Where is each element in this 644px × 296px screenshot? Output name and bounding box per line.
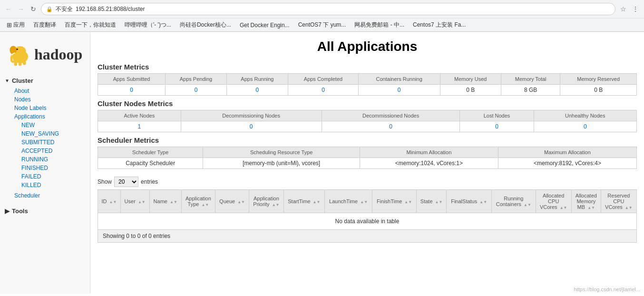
allocated-cpu-sort-icon[interactable]: ▲▼ (560, 206, 567, 210)
security-icon: 🔒 (46, 6, 53, 12)
app-col-user: User ▲▼ (120, 190, 149, 213)
app-col-running-containers: RunningContainers ▲▼ (491, 190, 536, 213)
sidebar-link-killed[interactable]: KILLED (17, 181, 90, 189)
cluster-metrics-val-5: 0 B (440, 85, 501, 96)
menu-button[interactable]: ⋮ (631, 4, 640, 14)
no-data-message: No data available in table (98, 213, 637, 230)
entries-select[interactable]: 10 20 50 100 (114, 177, 138, 187)
running-containers-sort-icon[interactable]: ▲▼ (524, 203, 531, 207)
bookmark-centos-yum[interactable]: CentOS7 下 yum... (295, 20, 349, 30)
address-bar[interactable]: 🔒 不安全 192.168.85.21:8088/cluster (41, 3, 615, 15)
scheduler-header-1: Scheduling Resource Type (203, 147, 360, 158)
cluster-metrics-table: Apps Submitted Apps Pending Apps Running… (98, 73, 637, 96)
cluster-arrow-icon: ▼ (5, 78, 10, 83)
cluster-nodes-val-3: 0 (460, 121, 534, 132)
finalstatus-sort-icon[interactable]: ▲▼ (479, 200, 487, 204)
launchtime-sort-icon[interactable]: ▲▼ (360, 200, 368, 204)
id-sort-icon[interactable]: ▲▼ (109, 200, 117, 204)
app-col-state: State ▲▼ (416, 190, 446, 213)
scheduler-val-0: Capacity Scheduler (98, 158, 203, 169)
cluster-metrics-val-1: 0 (166, 85, 226, 96)
app-col-allocated-cpu: AllocatedCPUVCores ▲▼ (536, 190, 571, 213)
cluster-metrics-header-4: Containers Running (358, 74, 440, 85)
sidebar-link-about[interactable]: About (10, 87, 90, 95)
cluster-metrics-header-7: Memory Reserved (560, 74, 637, 85)
app-col-id: ID ▲▼ (98, 190, 121, 213)
bookmark-baidu-translate[interactable]: 百度翻译 (30, 20, 59, 30)
back-button[interactable]: ← (4, 4, 13, 14)
cluster-nodes-header-3: Lost Nodes (460, 110, 534, 121)
bookmark-baidu-search[interactable]: 百度一下，你就知道 (62, 20, 119, 30)
user-sort-icon[interactable]: ▲▼ (138, 200, 146, 204)
cluster-metrics-val-6: 8 GB (501, 85, 560, 96)
app-col-finalstatus: FinalStatus ▲▼ (447, 190, 492, 213)
sidebar-link-running[interactable]: RUNNING (17, 155, 90, 164)
cluster-links: About Nodes Node Labels Applications NEW… (0, 87, 90, 200)
app-col-launchtime: LaunchTime ▲▼ (325, 190, 372, 213)
state-sort-icon[interactable]: ▲▼ (435, 200, 443, 204)
app-col-queue: Queue ▲▼ (215, 190, 249, 213)
sidebar-link-submitted[interactable]: SUBMITTED (17, 138, 90, 147)
hadoop-elephant-icon (7, 41, 33, 68)
show-label: Show (98, 178, 112, 185)
sidebar-link-accepted[interactable]: ACCEPTED (17, 147, 90, 155)
cluster-nodes-val-4: 0 (534, 121, 636, 132)
scheduler-header-2: Minimum Allocation (360, 147, 498, 158)
cluster-metrics-val-4: 0 (358, 85, 440, 96)
sidebar-link-failed[interactable]: FAILED (17, 172, 90, 181)
star-button[interactable]: ☆ (618, 4, 628, 14)
svg-rect-6 (23, 60, 26, 65)
cluster-nodes-header-2: Decommissioned Nodes (322, 110, 460, 121)
priority-sort-icon[interactable]: ▲▼ (272, 203, 280, 207)
main-content: All Applications Cluster Metrics Apps Su… (90, 32, 644, 294)
cluster-nodes-val-2: 0 (322, 121, 460, 132)
showing-entries: Showing 0 to 0 of 0 entries (98, 229, 637, 243)
bookmark-docker[interactable]: 尚硅谷Docker核心... (177, 20, 234, 30)
refresh-button[interactable]: ↻ (29, 4, 38, 14)
queue-sort-icon[interactable]: ▲▼ (237, 200, 245, 204)
bookmark-get-docker[interactable]: Get Docker Engin... (237, 21, 293, 30)
security-label: 不安全 (56, 5, 73, 13)
logo-text: hadoop (34, 46, 82, 63)
url-text: 192.168.85.21:8088/cluster (76, 6, 145, 12)
browser-chrome: ← → ↻ 🔒 不安全 192.168.85.21:8088/cluster ☆… (0, 0, 644, 32)
cluster-metrics-val-7: 0 B (560, 85, 637, 96)
name-sort-icon[interactable]: ▲▼ (170, 200, 177, 204)
tools-section-header[interactable]: ▶ Tools (0, 204, 90, 218)
cluster-section-header[interactable]: ▼ Cluster (0, 75, 90, 87)
cluster-nodes-header-1: Decommissioning Nodes (181, 110, 322, 121)
sidebar-link-finished[interactable]: FINISHED (17, 164, 90, 172)
bookmark-bilibili[interactable]: 哔哩哔哩（'- ')つ... (122, 20, 174, 30)
forward-button[interactable]: → (16, 4, 26, 14)
cluster-nodes-header-4: Unhealthy Nodes (534, 110, 636, 121)
cluster-metrics-header-5: Memory Used (440, 74, 501, 85)
sidebar-link-node-labels[interactable]: Node Labels (10, 104, 90, 112)
cluster-metrics-header-0: Apps Submitted (98, 74, 166, 85)
sidebar-link-applications[interactable]: Applications (10, 112, 90, 121)
finishtime-sort-icon[interactable]: ▲▼ (404, 200, 412, 204)
bookmark-apps[interactable]: ⊞ 应用 (4, 20, 28, 30)
sidebar-link-nodes[interactable]: Nodes (10, 95, 90, 104)
content-body: Cluster Metrics Apps Submitted Apps Pend… (90, 63, 644, 252)
scheduler-header-0: Scheduler Type (98, 147, 203, 158)
app-col-starttime: StartTime ▲▼ (283, 190, 324, 213)
applications-table: ID ▲▼ User ▲▼ Name ▲▼ ApplicationType ▲▼ (98, 189, 637, 230)
sidebar-link-new[interactable]: NEW (17, 121, 90, 129)
cluster-metrics-header-3: Apps Completed (288, 74, 359, 85)
allocated-memory-sort-icon[interactable]: ▲▼ (587, 206, 595, 210)
type-sort-icon[interactable]: ▲▼ (201, 203, 209, 207)
tools-label: Tools (12, 207, 28, 215)
app-col-finishtime: FinishTime ▲▼ (372, 190, 417, 213)
cluster-metrics-val-2: 0 (226, 85, 288, 96)
cluster-metrics-header-2: Apps Running (226, 74, 288, 85)
sidebar-link-scheduler[interactable]: Scheduler (10, 191, 90, 200)
starttime-sort-icon[interactable]: ▲▼ (313, 200, 321, 204)
reserved-cpu-sort-icon[interactable]: ▲▼ (625, 206, 633, 210)
app-col-allocated-memory: AllocatedMemoryMB ▲▼ (571, 190, 601, 213)
bookmark-centos-fa[interactable]: Centos7 上安装 Fa... (410, 20, 468, 30)
bookmark-163mail[interactable]: 网易免费邮箱 - 中... (351, 20, 407, 30)
logo-area: hadoop (0, 37, 90, 75)
browser-toolbar: ← → ↻ 🔒 不安全 192.168.85.21:8088/cluster ☆… (0, 0, 644, 18)
cluster-nodes-title: Cluster Nodes Metrics (98, 99, 637, 108)
sidebar-link-new-saving[interactable]: NEW_SAVING (17, 129, 90, 138)
